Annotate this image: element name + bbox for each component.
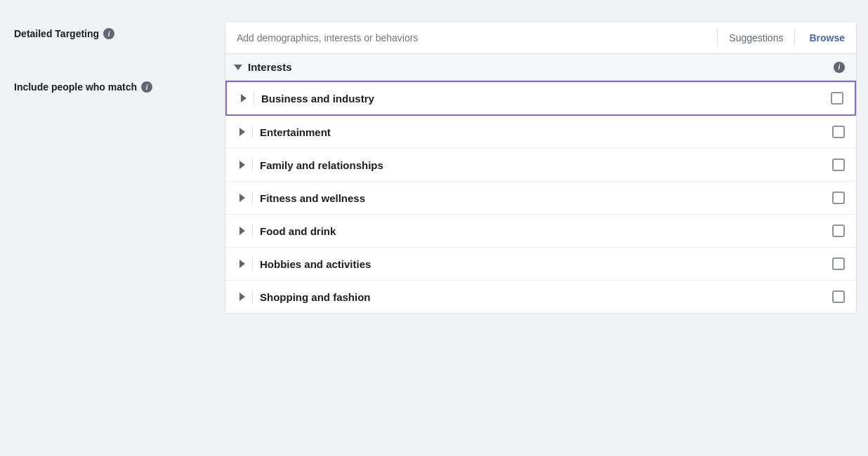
category-name-hobbies-and-activities: Hobbies and activities: [260, 258, 371, 270]
detailed-targeting-info-icon[interactable]: i: [103, 28, 114, 39]
category-row-entertainment[interactable]: Entertainment: [225, 116, 856, 149]
category-left-entertainment: Entertainment: [239, 126, 331, 138]
category-divider-fitness-and-wellness: [252, 192, 253, 204]
category-row-fitness-and-wellness[interactable]: Fitness and wellness: [225, 182, 856, 215]
expand-icon-hobbies-and-activities[interactable]: [239, 260, 245, 268]
include-info-icon[interactable]: i: [141, 81, 152, 93]
page-container: Detailed Targeting i Include people who …: [14, 21, 854, 314]
category-divider-entertainment: [252, 126, 253, 138]
search-divider: [717, 29, 718, 46]
category-divider-shopping-and-fashion: [252, 290, 253, 303]
category-row-shopping-and-fashion[interactable]: Shopping and fashion: [225, 281, 856, 313]
detailed-targeting-label: Detailed Targeting i: [14, 28, 211, 39]
category-left-business-and-industry: Business and industry: [241, 92, 374, 105]
category-left-shopping-and-fashion: Shopping and fashion: [239, 290, 371, 303]
category-left-family-and-relationships: Family and relationships: [239, 159, 383, 171]
checkbox-fitness-and-wellness[interactable]: [832, 192, 845, 204]
categories-container: Business and industry Entertainment Fami…: [225, 81, 856, 313]
category-name-shopping-and-fashion: Shopping and fashion: [260, 291, 371, 303]
interests-title: Interests: [248, 61, 292, 73]
category-divider-business-and-industry: [254, 92, 254, 105]
category-row-hobbies-and-activities[interactable]: Hobbies and activities: [225, 248, 856, 281]
expand-icon-food-and-drink[interactable]: [239, 227, 245, 235]
checkbox-food-and-drink[interactable]: [832, 224, 845, 237]
checkbox-business-and-industry[interactable]: [831, 92, 843, 105]
interests-header: Interests i: [225, 54, 856, 81]
category-name-family-and-relationships: Family and relationships: [260, 159, 383, 171]
expand-icon-shopping-and-fashion[interactable]: [239, 293, 245, 301]
search-bar: Suggestions Browse: [225, 22, 856, 54]
category-left-food-and-drink: Food and drink: [239, 224, 336, 237]
detailed-targeting-text: Detailed Targeting: [14, 28, 99, 39]
category-row-family-and-relationships[interactable]: Family and relationships: [225, 149, 856, 182]
right-section: Suggestions Browse Interests i Business …: [225, 21, 857, 314]
expand-icon-business-and-industry[interactable]: [241, 94, 246, 102]
interests-collapse-icon[interactable]: [234, 65, 242, 70]
checkbox-family-and-relationships[interactable]: [832, 159, 845, 171]
interests-left: Interests: [234, 61, 292, 73]
category-name-fitness-and-wellness: Fitness and wellness: [260, 192, 365, 204]
category-left-fitness-and-wellness: Fitness and wellness: [239, 192, 365, 204]
browse-button[interactable]: Browse: [798, 32, 856, 43]
category-divider-food-and-drink: [252, 224, 253, 237]
category-row-business-and-industry[interactable]: Business and industry: [225, 81, 856, 116]
left-section: Detailed Targeting i Include people who …: [14, 21, 225, 93]
include-label-text: Include people who match: [14, 81, 137, 93]
suggestions-button[interactable]: Suggestions: [721, 32, 791, 43]
expand-icon-family-and-relationships[interactable]: [239, 161, 245, 169]
category-name-business-and-industry: Business and industry: [261, 93, 374, 105]
category-row-food-and-drink[interactable]: Food and drink: [225, 215, 856, 248]
checkbox-entertainment[interactable]: [832, 126, 845, 138]
category-divider-hobbies-and-activities: [252, 257, 253, 270]
search-input[interactable]: [225, 32, 714, 43]
checkbox-hobbies-and-activities[interactable]: [832, 257, 845, 270]
browse-divider: [794, 29, 795, 46]
dropdown-panel: Suggestions Browse Interests i Business …: [225, 21, 857, 314]
interests-info-icon[interactable]: i: [834, 62, 845, 73]
category-left-hobbies-and-activities: Hobbies and activities: [239, 257, 371, 270]
category-name-entertainment: Entertainment: [260, 126, 331, 138]
checkbox-shopping-and-fashion[interactable]: [832, 290, 845, 303]
expand-icon-entertainment[interactable]: [239, 128, 245, 136]
expand-icon-fitness-and-wellness[interactable]: [239, 194, 245, 202]
category-divider-family-and-relationships: [252, 159, 253, 171]
category-name-food-and-drink: Food and drink: [260, 225, 336, 237]
